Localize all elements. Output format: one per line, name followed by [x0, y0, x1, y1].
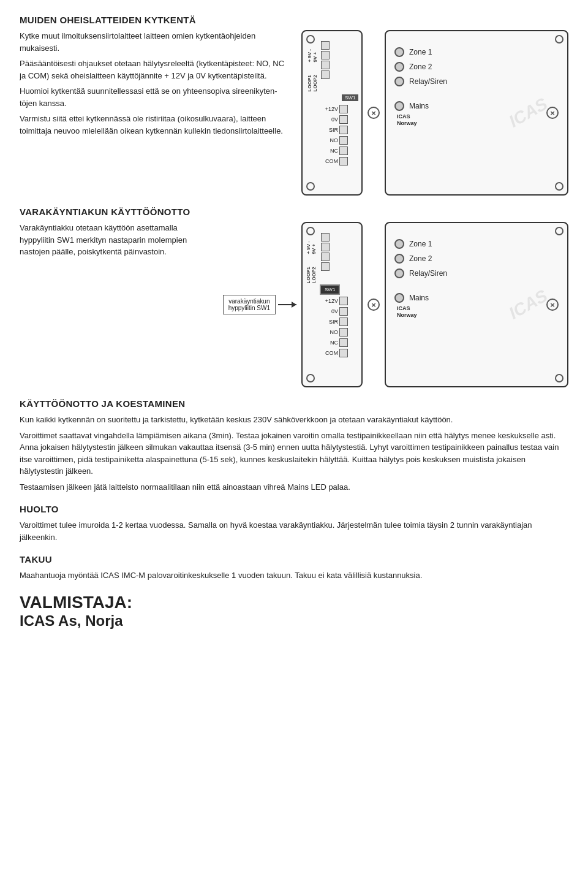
term2-com-label: COM: [320, 350, 338, 356]
sw1-chip-2: SW1: [320, 284, 340, 295]
corner-tr-1: [555, 35, 564, 44]
mains-label-2: Mains: [409, 294, 429, 302]
zone1-row: Zone 1: [394, 47, 559, 57]
term-com-label: COM: [320, 158, 338, 164]
section-muiden: MUIDEN OHEISLATTEIDEN KYTKENTÄ Kytke muu…: [20, 15, 568, 196]
section3-p1: Kun kaikki kytkennän on suoritettu ja ta…: [20, 414, 568, 426]
section1-p1: Kytke muut ilmoituksensiirtolaitteet lai…: [20, 30, 287, 54]
term-no: [339, 136, 348, 145]
zone2-led: [394, 62, 404, 72]
term2-sir: [339, 318, 348, 326]
sw1-arrow-line: [278, 304, 296, 305]
sw1-label-section: varakäyntiakun hyppyliitin SW1: [223, 222, 296, 387]
term2-0v: [339, 307, 348, 316]
section3-p3: Testaamisen jälkeen jätä laitteisto norm…: [20, 481, 568, 493]
term2-no: [339, 328, 348, 337]
term-plus9v-1: [321, 41, 330, 50]
sw1-chip: SW1: [342, 94, 358, 101]
section1-p3: Huomioi kytkentää suunnitellessasi että …: [20, 85, 287, 109]
term2-12v: [339, 297, 348, 305]
zone1-led: [394, 47, 404, 57]
term-12v-label: +12V: [320, 106, 338, 112]
term2-sir-label: SIR: [320, 319, 338, 325]
varakay-label-line1: varakäyntiakun: [228, 298, 270, 305]
section5-p1: Maahantuoja myöntää ICAS IMC-M palovaroi…: [20, 569, 568, 582]
section1-p2: Pääsääntöisesti ohjaukset otetaan hälyty…: [20, 58, 287, 82]
section-valmistaja: VALMISTAJA: ICAS As, Norja: [20, 593, 568, 629]
loop-label: + 9V - 9V +: [307, 42, 313, 63]
term2-plus9v-1: [321, 233, 330, 242]
zone2-label: Zone 2: [409, 63, 432, 71]
section2-p1: Varakäyntiakku otetaan käyttöön asettama…: [20, 222, 208, 258]
middle-x-connector-2: ×: [363, 222, 385, 387]
mains-led: [394, 101, 404, 111]
middle-x-connector: ×: [363, 30, 385, 196]
section2-title: VARAKÄYNTIAKUN KÄYTTÖÖNOTTO: [20, 207, 568, 217]
varakay-label-box: varakäyntiakun hyppyliitin SW1: [223, 295, 276, 314]
term2-nc-label: NC: [320, 340, 338, 346]
mains-led-2: [394, 293, 404, 303]
term-0v: [339, 115, 348, 124]
section1-title: MUIDEN OHEISLATTEIDEN KYTKENTÄ: [20, 15, 568, 25]
term2-no-label: NO: [320, 329, 338, 335]
term-0v-label: 0V: [320, 116, 338, 123]
term-12v: [339, 105, 348, 113]
x-symbol-3: ×: [368, 299, 380, 311]
term-no-label: NO: [320, 137, 338, 143]
term2-12v-label: +12V: [320, 298, 338, 304]
section-takuu: TAKUU Maahantuoja myöntää ICAS IMC-M pal…: [20, 554, 568, 582]
term2-plus9v-2: [321, 253, 330, 261]
loop-label-2: + 9V - 9V +: [306, 234, 312, 254]
term-nc-label: NC: [320, 148, 338, 154]
section3-title: KÄYTTÖÖNOTTO JA KOESTAMINEN: [20, 398, 568, 409]
relay-led-2: [394, 268, 404, 278]
term2-minus9v-1: [321, 243, 330, 251]
corner-tr-2: [555, 227, 564, 235]
section4-title: HUOLTO: [20, 504, 568, 514]
x-symbol-1: ×: [368, 107, 380, 119]
loop2-label-2: LOOP1 LOOP2: [306, 256, 312, 283]
term2-com: [339, 349, 348, 357]
section5-title: TAKUU: [20, 554, 568, 565]
corner-bl-2: [306, 374, 315, 382]
section4-p1: Varoittimet tulee imuroida 1-2 kertaa vu…: [20, 519, 568, 543]
corner-br-2: [555, 374, 564, 382]
term2-minus9v-2: [321, 262, 330, 271]
term-com: [339, 157, 348, 165]
zone2-row: Zone 2: [394, 62, 559, 72]
relay-label: Relay/Siren: [409, 77, 447, 86]
valmistaja-name: ICAS As, Norja: [20, 612, 568, 629]
relay-led: [394, 77, 404, 86]
term-nc: [339, 146, 348, 155]
relay-row: Relay/Siren: [394, 77, 559, 86]
corner-bl: [306, 182, 315, 191]
loop2-label: LOOP1 LOOP2: [307, 64, 313, 91]
corner-br-1: [555, 182, 564, 191]
zone2-label-2: Zone 2: [409, 254, 432, 263]
section-huolto: HUOLTO Varoittimet tulee imuroida 1-2 ke…: [20, 504, 568, 543]
diagram1-left-panel: + 9V - 9V + LOOP1 LOOP2 SW1 +12V: [301, 30, 363, 196]
term-plus9v-2: [321, 61, 330, 69]
zone1-row-2: Zone 1: [394, 239, 559, 249]
term2-0v-label: 0V: [320, 308, 338, 314]
mains-label: Mains: [409, 102, 429, 110]
zone1-label-2: Zone 1: [409, 240, 432, 248]
sw1-arrow-head: [292, 302, 296, 308]
relay-row-2: Relay/Siren: [394, 268, 559, 278]
section-kayttoonotto: KÄYTTÖÖNOTTO JA KOESTAMINEN Kun kaikki k…: [20, 398, 568, 493]
section3-p2: Varoittimet saattavat vingahdella lämpiä…: [20, 430, 568, 477]
term2-nc: [339, 338, 348, 347]
section-varakay: VARAKÄYNTIAKUN KÄYTTÖÖNOTTO Varakäyntiak…: [20, 207, 568, 387]
term-sir: [339, 126, 348, 134]
diagram2-left-panel: + 9V - 9V + LOOP1 LOOP2 SW1 +12V: [301, 222, 363, 387]
valmistaja-title: VALMISTAJA:: [20, 593, 568, 612]
diagram2-right-panel: Zone 1 Zone 2 Relay/Siren ×: [385, 222, 568, 387]
diagram1-right-panel: Zone 1 Zone 2 Relay/Siren ×: [385, 30, 568, 196]
zone2-row-2: Zone 2: [394, 254, 559, 264]
term-minus9v-2: [321, 70, 330, 79]
term-minus9v-1: [321, 51, 330, 59]
relay-label-2: Relay/Siren: [409, 269, 447, 278]
zone1-label: Zone 1: [409, 48, 432, 56]
varakay-label-line2: hyppyliitin SW1: [228, 305, 270, 311]
term-sir-label: SIR: [320, 127, 338, 133]
